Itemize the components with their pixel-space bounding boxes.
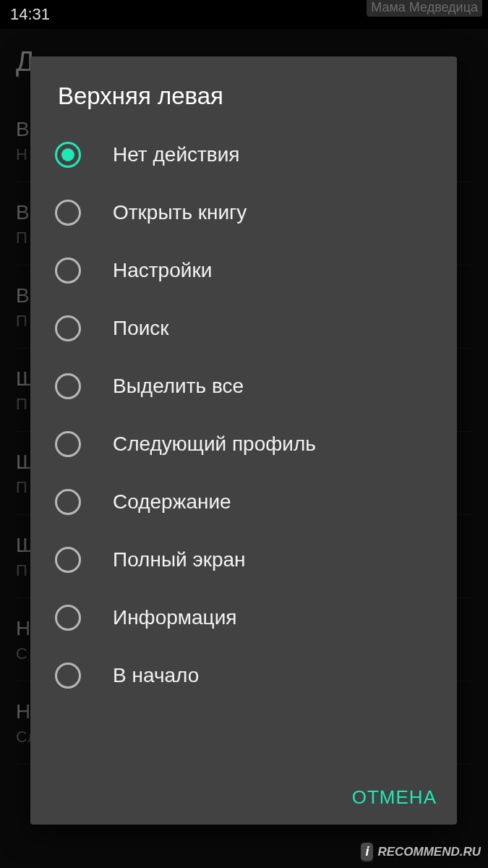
radio-option[interactable]: Полный экран (30, 531, 457, 589)
watermark-i-icon: i (361, 843, 373, 861)
radio-option[interactable]: Открыть книгу (30, 184, 457, 242)
radio-option-label: Полный экран (113, 548, 246, 571)
radio-option-label: Настройки (113, 259, 212, 282)
dialog-actions: ОТМЕНА (30, 773, 457, 825)
radio-option-label: Выделить все (113, 375, 244, 398)
radio-selected-icon (55, 142, 81, 168)
radio-option-label: В начало (113, 664, 199, 687)
watermark-bottom-text: RECOMMEND.RU (377, 845, 481, 859)
status-time: 14:31 (10, 5, 50, 24)
radio-option[interactable]: Содержание (30, 473, 457, 531)
radio-option[interactable]: Следующий профиль (30, 415, 457, 473)
radio-option-label: Нет действия (113, 143, 240, 166)
radio-unselected-icon (55, 373, 81, 399)
dialog-title: Верхняя левая (30, 56, 457, 126)
radio-unselected-icon (55, 605, 81, 631)
radio-option-label: Информация (113, 606, 236, 629)
radio-option[interactable]: Поиск (30, 299, 457, 357)
watermark-bottom: i RECOMMEND.RU (361, 843, 481, 861)
radio-unselected-icon (55, 258, 81, 284)
radio-option[interactable]: Выделить все (30, 357, 457, 415)
radio-unselected-icon (55, 489, 81, 515)
cancel-button[interactable]: ОТМЕНА (352, 786, 437, 809)
radio-option[interactable]: В начало (30, 647, 457, 705)
dialog: Верхняя левая Нет действияОткрыть книгуН… (30, 56, 457, 825)
radio-unselected-icon (55, 431, 81, 457)
radio-unselected-icon (55, 547, 81, 573)
radio-unselected-icon (55, 315, 81, 341)
radio-option[interactable]: Настройки (30, 242, 457, 299)
radio-option-label: Поиск (113, 317, 169, 340)
dialog-option-list: Нет действияОткрыть книгуНастройкиПоискВ… (30, 126, 457, 773)
radio-option[interactable]: Информация (30, 589, 457, 647)
radio-option-label: Содержание (113, 490, 231, 514)
radio-unselected-icon (55, 663, 81, 689)
radio-unselected-icon (55, 200, 81, 226)
radio-option-label: Открыть книгу (113, 201, 247, 224)
radio-option-label: Следующий профиль (113, 433, 316, 456)
watermark-top: Мама Медведица (367, 0, 482, 17)
radio-option[interactable]: Нет действия (30, 126, 457, 184)
